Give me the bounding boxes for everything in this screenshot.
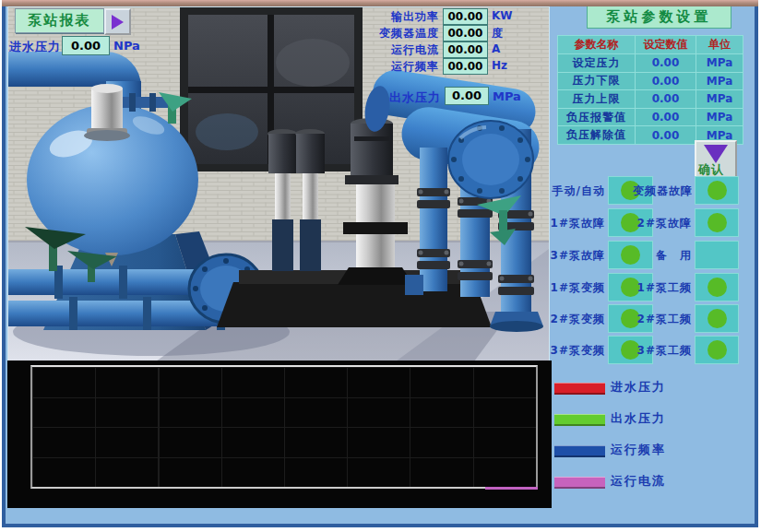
- col-header-name: 参数名称: [558, 36, 635, 53]
- trend-chart: [7, 361, 552, 508]
- legend-label-run-frequency: 运行频率: [611, 442, 666, 458]
- param-unit: MPa: [696, 54, 743, 72]
- inlet-pressure-label: 进水压力: [9, 39, 61, 55]
- param-name: 压力下限: [558, 73, 635, 90]
- run-frequency-unit: Hz: [492, 59, 507, 72]
- param-name: 负压报警值: [558, 109, 635, 126]
- status-label-pump1-mains: 1#泵工频: [633, 280, 692, 296]
- legend-label-outlet-pressure: 出水压力: [611, 410, 666, 427]
- output-power-value: 00.00: [443, 8, 488, 25]
- parameter-table: 参数名称 设定数值 单位 设定压力 0.00 MPa 压力下限 0.00 MPa…: [557, 35, 743, 145]
- run-frequency-label: 运行频率: [314, 59, 439, 75]
- legend-swatch-outlet-pressure: [554, 414, 605, 426]
- param-name: 负压解除值: [558, 126, 635, 144]
- param-setvalue[interactable]: 0.00: [636, 90, 696, 108]
- param-unit: MPa: [696, 73, 743, 90]
- status-lamp-vfd-fault: [695, 176, 739, 205]
- confirm-button[interactable]: 确认: [695, 140, 737, 181]
- param-name: 压力上限: [558, 90, 635, 108]
- lamp-icon: [707, 213, 727, 232]
- status-label-pump3-vfd: 3#泵变频: [549, 343, 605, 359]
- param-setvalue[interactable]: 0.00: [636, 109, 696, 126]
- param-name: 设定压力: [558, 54, 635, 72]
- legend-swatch-inlet-pressure: [554, 383, 605, 395]
- status-label-pump1-fault: 1#泵故障: [549, 216, 605, 231]
- pump-station-hmi-screen: 泵站报表 进水压力 0.00 NPa 输出功率 00.00 KW 变频器温度 0…: [0, 0, 761, 532]
- status-label-spare: 备 用: [633, 248, 692, 264]
- status-label-auto-manual: 手动/自动: [549, 183, 605, 199]
- col-header-setvalue: 设定数值: [636, 36, 696, 53]
- lamp-icon: [707, 309, 727, 328]
- run-current-value: 00.00: [443, 41, 488, 58]
- col-header-unit: 单位: [696, 36, 743, 53]
- trend-chart-grid: [30, 365, 538, 489]
- output-power-label: 输出功率: [314, 9, 439, 25]
- run-current-unit: A: [492, 42, 500, 55]
- outlet-pressure-unit: MPa: [493, 89, 521, 103]
- report-button[interactable]: 泵站报表: [15, 8, 104, 33]
- run-current-label: 运行电流: [314, 42, 439, 58]
- status-label-vfd-fault: 变频器故障: [633, 183, 692, 199]
- report-nav-button[interactable]: [104, 8, 131, 35]
- param-setvalue[interactable]: 0.00: [636, 126, 696, 144]
- legend-label-inlet-pressure: 进水压力: [611, 379, 666, 396]
- status-lamp-spare: [695, 241, 739, 269]
- status-lamp-pump2-fault: [695, 208, 739, 237]
- status-lamp-pump1-mains: [695, 273, 739, 301]
- param-unit: MPa: [696, 90, 743, 108]
- param-setvalue[interactable]: 0.00: [636, 73, 696, 90]
- inlet-pressure-value: 0.00: [62, 36, 110, 55]
- status-label-pump3-fault: 3#泵故障: [549, 248, 605, 264]
- run-frequency-value: 00.00: [443, 58, 488, 75]
- vfd-temperature-value: 00.00: [443, 25, 488, 41]
- status-label-pump2-mains: 2#泵工频: [633, 312, 692, 327]
- top-strip: [2, 0, 758, 6]
- param-unit: MPa: [696, 109, 743, 126]
- vfd-temperature-label: 变频器温度: [314, 26, 439, 41]
- play-triangle-icon: [112, 15, 124, 30]
- confirm-triangle-icon: [704, 145, 728, 163]
- status-label-pump3-mains: 3#泵工频: [633, 343, 692, 359]
- lamp-icon: [707, 181, 727, 200]
- lamp-icon: [707, 340, 727, 360]
- output-power-unit: KW: [492, 9, 513, 22]
- outlet-pressure-value: 0.00: [445, 87, 489, 105]
- status-lamp-pump2-mains: [695, 304, 739, 333]
- status-lamp-pump3-mains: [695, 336, 739, 364]
- status-label-pump2-fault: 2#泵故障: [633, 216, 692, 231]
- legend-label-run-current: 运行电流: [611, 473, 666, 490]
- lamp-icon: [707, 278, 727, 297]
- status-label-pump2-vfd: 2#泵变频: [549, 312, 605, 327]
- inlet-pressure-unit: NPa: [113, 39, 140, 53]
- vfd-temperature-unit: 度: [492, 26, 503, 41]
- legend-swatch-run-current: [554, 477, 605, 489]
- settings-panel-title: 泵站参数设置: [587, 6, 731, 29]
- trend-current-segment: [485, 487, 538, 490]
- outlet-pressure-label: 出水压力: [315, 89, 441, 106]
- param-setvalue[interactable]: 0.00: [636, 54, 696, 72]
- status-label-pump1-vfd: 1#泵变频: [549, 280, 605, 296]
- legend-swatch-run-frequency: [554, 445, 605, 457]
